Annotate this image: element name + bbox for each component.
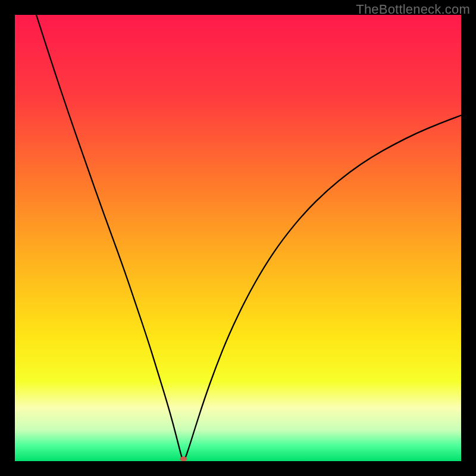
chart-frame: TheBottleneck.com [0,0,476,476]
minimum-marker [180,456,187,461]
chart-svg [15,15,461,461]
plot-area [15,15,461,461]
gradient-background [15,15,461,461]
